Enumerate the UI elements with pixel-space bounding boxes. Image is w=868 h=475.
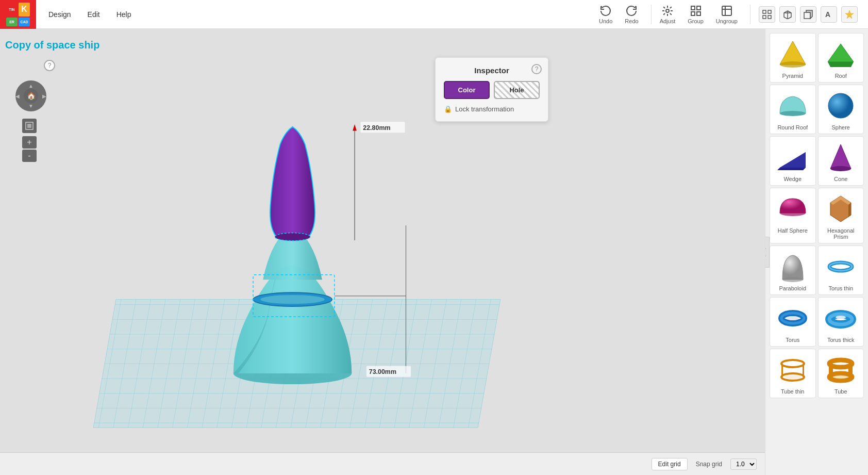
topbar: TIN K ER CAD Design Edit Help Undo Redo … bbox=[0, 0, 868, 29]
shape-round-roof[interactable]: Round Roof bbox=[770, 85, 816, 134]
shapes-grid: Pyramid Roof bbox=[770, 33, 864, 398]
hex-prism-label: Hexagonal Prism bbox=[821, 227, 862, 240]
torus-label: Torus bbox=[786, 337, 799, 343]
svg-point-37 bbox=[780, 111, 806, 116]
svg-marker-28 bbox=[353, 124, 357, 130]
nav-edit[interactable]: Edit bbox=[79, 0, 108, 28]
svg-marker-33 bbox=[780, 41, 806, 64]
torus-thick-icon bbox=[824, 302, 857, 335]
shape-paraboloid[interactable]: Paraboloid bbox=[770, 245, 816, 295]
svg-point-26 bbox=[275, 233, 310, 240]
ungroup-button[interactable]: Ungroup bbox=[716, 5, 738, 24]
shape-tube[interactable]: Tube bbox=[818, 349, 864, 398]
hex-prism-icon bbox=[824, 192, 857, 225]
svg-rect-12 bbox=[804, 12, 810, 19]
svg-rect-8 bbox=[768, 15, 771, 19]
svg-text:73.00mm: 73.00mm bbox=[369, 368, 396, 375]
lock-icon: 🔒 bbox=[444, 105, 452, 113]
adjust-button[interactable]: Adjust bbox=[660, 5, 676, 24]
box-view-btn[interactable] bbox=[779, 6, 796, 23]
lock-transform[interactable]: 🔒 Lock transformation bbox=[444, 105, 540, 113]
svg-point-66 bbox=[833, 375, 848, 379]
hole-btn[interactable]: Hole bbox=[494, 81, 540, 99]
shape-torus-thick[interactable]: Torus thick bbox=[818, 297, 864, 347]
nav-design[interactable]: Design bbox=[40, 0, 79, 28]
sphere-icon bbox=[824, 89, 857, 122]
zoom-in-btn[interactable]: + bbox=[22, 136, 37, 149]
shape-wedge[interactable]: Wedge bbox=[770, 136, 816, 186]
shape-roof[interactable]: Roof bbox=[818, 33, 864, 83]
paraboloid-label: Paraboloid bbox=[779, 285, 806, 291]
toolbar-group-history: Undo Redo bbox=[599, 5, 652, 24]
inspector-title: Inspector bbox=[444, 66, 540, 75]
round-roof-icon bbox=[776, 89, 809, 122]
redo-button[interactable]: Redo bbox=[625, 5, 638, 24]
color-btn[interactable]: Color bbox=[444, 81, 490, 99]
nav-menu: Design Edit Help bbox=[40, 0, 140, 28]
main-area: Copy of space ship ? ▲ ◀ 🏠 ▶ ▼ bbox=[0, 29, 868, 475]
svg-marker-13 bbox=[806, 10, 812, 19]
star-view-btn[interactable] bbox=[841, 6, 858, 23]
cube-view-btn[interactable] bbox=[800, 6, 816, 23]
svg-marker-36 bbox=[828, 62, 854, 67]
logo[interactable]: TIN K ER CAD bbox=[0, 0, 36, 29]
shape-sphere[interactable]: Sphere bbox=[818, 85, 864, 134]
canvas-area[interactable]: Copy of space ship ? ▲ ◀ 🏠 ▶ ▼ bbox=[0, 29, 765, 475]
svg-point-0 bbox=[666, 9, 669, 12]
svg-point-22 bbox=[260, 295, 324, 304]
grid-view-btn[interactable] bbox=[759, 6, 775, 23]
svg-rect-4 bbox=[697, 12, 700, 15]
shape-cone[interactable]: Cone bbox=[818, 136, 864, 186]
zoom-out-btn[interactable]: - bbox=[22, 150, 37, 162]
shapes-panel: Pyramid Roof bbox=[765, 29, 868, 475]
shape-tube-thin[interactable]: Tube thin bbox=[770, 349, 816, 398]
svg-marker-42 bbox=[830, 144, 851, 169]
undo-button[interactable]: Undo bbox=[599, 5, 612, 24]
svg-point-57 bbox=[781, 360, 804, 367]
shape-torus-thin[interactable]: Torus thin bbox=[818, 245, 864, 295]
svg-point-43 bbox=[830, 166, 851, 171]
svg-rect-7 bbox=[763, 15, 766, 19]
shape-half-sphere[interactable]: Half Sphere bbox=[770, 188, 816, 243]
shape-torus[interactable]: Torus bbox=[770, 297, 816, 347]
svg-marker-45 bbox=[830, 196, 851, 222]
torus-thick-label: Torus thick bbox=[827, 337, 855, 343]
tube-thin-label: Tube thin bbox=[781, 388, 804, 395]
shape-hex-prism[interactable]: Hexagonal Prism bbox=[818, 188, 864, 243]
cone-icon bbox=[824, 141, 857, 174]
toolbar-group-transform: Adjust Group Ungroup bbox=[660, 5, 750, 24]
pyramid-label: Pyramid bbox=[782, 73, 803, 79]
roof-label: Roof bbox=[835, 73, 847, 79]
tube-icon bbox=[824, 353, 857, 386]
snap-select[interactable]: 1.0 0.5 2.0 bbox=[730, 458, 757, 470]
view-icons: A bbox=[759, 6, 858, 23]
shape-pyramid[interactable]: Pyramid bbox=[770, 33, 816, 83]
tube-thin-icon bbox=[776, 353, 809, 386]
zoom-controls: + - bbox=[22, 136, 37, 162]
object-select-btn[interactable] bbox=[22, 119, 37, 133]
group-button[interactable]: Group bbox=[688, 5, 704, 24]
nav-control[interactable]: ▲ ◀ 🏠 ▶ ▼ bbox=[15, 80, 46, 111]
inspector-panel: Inspector Color Hole 🔒 Lock transformati… bbox=[435, 57, 548, 122]
svg-point-34 bbox=[780, 61, 806, 68]
roof-icon bbox=[824, 38, 857, 71]
wedge-icon bbox=[776, 141, 809, 174]
svg-point-44 bbox=[780, 210, 806, 216]
svg-point-56 bbox=[836, 316, 846, 319]
svg-point-38 bbox=[828, 93, 853, 118]
half-sphere-label: Half Sphere bbox=[778, 227, 808, 234]
edit-grid-btn[interactable]: Edit grid bbox=[652, 458, 688, 470]
nav-help[interactable]: Help bbox=[108, 0, 140, 28]
svg-rect-6 bbox=[768, 10, 771, 13]
torus-icon bbox=[776, 302, 809, 335]
svg-rect-3 bbox=[691, 12, 695, 15]
project-title: Copy of space ship bbox=[5, 39, 99, 51]
help-button[interactable]: ? bbox=[44, 60, 55, 71]
panel-collapse-btn[interactable] bbox=[765, 237, 770, 268]
text-view-btn[interactable]: A bbox=[821, 6, 837, 23]
svg-text:22.80mm: 22.80mm bbox=[363, 124, 390, 132]
svg-marker-41 bbox=[777, 168, 806, 170]
torus-thin-label: Torus thin bbox=[828, 285, 853, 291]
inspector-help[interactable]: ? bbox=[531, 64, 542, 74]
wedge-label: Wedge bbox=[783, 176, 802, 182]
